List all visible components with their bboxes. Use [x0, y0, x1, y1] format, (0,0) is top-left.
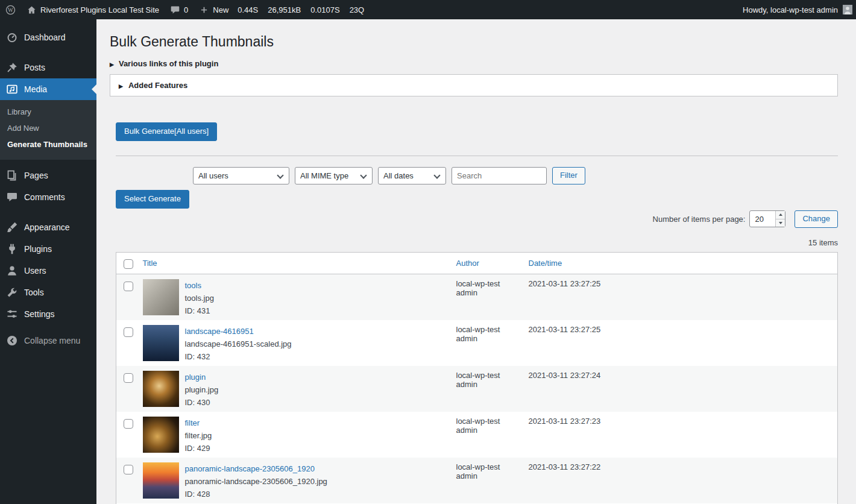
row-checkbox[interactable] [124, 282, 133, 291]
table-row: tools tools.jpg ID: 431 local-wp-test ad… [116, 274, 838, 320]
users-filter-select[interactable]: All users [193, 167, 289, 184]
plus-icon [199, 5, 209, 15]
plugin-links-toggle[interactable]: Various links of this plugin [110, 59, 838, 68]
svg-text:W: W [8, 7, 13, 13]
dates-filter-select[interactable]: All dates [378, 167, 446, 184]
filter-button[interactable]: Filter [552, 167, 585, 184]
users-icon [6, 265, 18, 277]
sidebar-item-settings[interactable]: Settings [0, 303, 96, 325]
submenu-item-generate-thumbnails[interactable]: Generate Thumbnails [0, 136, 96, 153]
sidebar-item-posts[interactable]: Posts [0, 57, 96, 78]
spin-down-button[interactable] [776, 219, 785, 227]
avatar [843, 5, 852, 14]
table-header-row: Title Author Date/time [116, 252, 838, 274]
date-cell: 2021-03-11 23:27:23 [523, 412, 838, 458]
attachment-title-link[interactable]: panoramic-landscape-2305606_1920 [185, 464, 327, 473]
row-checkbox[interactable] [124, 419, 133, 429]
column-header-title[interactable]: Title [143, 259, 157, 268]
author-cell: local-wp-test admin [450, 458, 523, 503]
attachment-thumbnail[interactable] [143, 417, 179, 453]
query-monitor-stats[interactable]: 0.44S 26,951kB 0.0107S 23Q [238, 5, 364, 14]
admin-bar-new[interactable]: New [194, 0, 234, 19]
attachment-thumbnail[interactable] [143, 371, 179, 407]
pages-icon [6, 169, 18, 181]
qm-db-time[interactable]: 0.0107S [310, 5, 339, 14]
attachment-title-link[interactable]: landscape-4616951 [185, 327, 292, 336]
bulk-generate-button[interactable]: Bulk Generate[All users] [116, 122, 217, 141]
author-cell: local-wp-test admin [450, 366, 523, 412]
attachment-thumbnail[interactable] [143, 279, 179, 315]
attachment-thumbnail[interactable] [143, 325, 179, 361]
sidebar-item-label: Users [24, 266, 46, 276]
attachment-filename: landscape-4616951-scaled.jpg [185, 339, 292, 348]
table-row: landscape-4616951 landscape-4616951-scal… [116, 320, 838, 366]
plugin-links-label: Various links of this plugin [119, 59, 218, 68]
mime-filter-wrap: All MIME type [295, 167, 373, 184]
howdy-label[interactable]: Howdy, local-wp-test admin [743, 5, 838, 14]
added-features-toggle[interactable]: Added Features [110, 74, 838, 96]
sidebar-item-label: Media [24, 84, 47, 94]
attachment-filename: panoramic-landscape-2305606_1920.jpg [185, 477, 327, 486]
attachment-filename: filter.jpg [185, 431, 212, 440]
appearance-icon [6, 221, 18, 233]
column-header-author[interactable]: Author [456, 259, 479, 268]
sidebar-item-pages[interactable]: Pages [0, 165, 96, 186]
added-features-label: Added Features [128, 81, 187, 90]
attachment-id: ID: 431 [185, 306, 214, 315]
qm-memory[interactable]: 26,951kB [268, 5, 301, 14]
select-all-checkbox[interactable] [124, 259, 133, 269]
filter-bar: All users All MIME type All dates Filter [193, 167, 838, 184]
per-page-label: Number of items per page: [653, 215, 746, 224]
sidebar-item-tools[interactable]: Tools [0, 282, 96, 303]
attachment-title-link[interactable]: tools [185, 281, 214, 290]
wordpress-logo-icon[interactable]: W [0, 0, 21, 19]
qm-queries[interactable]: 23Q [350, 5, 365, 14]
date-cell: 2021-03-11 23:27:22 [523, 458, 838, 503]
change-button[interactable]: Change [795, 210, 838, 228]
table-row: filter filter.jpg ID: 429 local-wp-test … [116, 412, 838, 458]
row-checkbox[interactable] [124, 327, 133, 337]
sidebar-item-users[interactable]: Users [0, 260, 96, 282]
sidebar-item-comments[interactable]: Comments [0, 186, 96, 208]
tools-icon [6, 286, 18, 298]
qm-page-time[interactable]: 0.44S [238, 5, 258, 14]
dashboard-icon [6, 31, 18, 43]
expand-triangle-icon [110, 59, 114, 68]
sidebar-item-label: Appearance [24, 222, 70, 232]
attachment-title-link[interactable]: plugin [185, 373, 219, 382]
sidebar-item-media[interactable]: Media [0, 78, 96, 100]
row-checkbox[interactable] [124, 465, 133, 474]
number-spinner [775, 211, 785, 227]
dates-filter-wrap: All dates [378, 167, 446, 184]
comments-icon [6, 191, 18, 203]
submenu-item-library[interactable]: Library [0, 104, 96, 120]
menu-separator [0, 160, 96, 165]
site-name-label: Riverforest Plugins Local Test Site [40, 5, 159, 14]
attachment-filename: tools.jpg [185, 294, 214, 303]
sidebar-item-dashboard[interactable]: Dashboard [0, 27, 96, 48]
site-name-link[interactable]: Riverforest Plugins Local Test Site [21, 0, 165, 19]
sidebar-item-appearance[interactable]: Appearance [0, 216, 96, 238]
submenu-item-add-new[interactable]: Add New [0, 120, 96, 136]
row-checkbox[interactable] [124, 373, 133, 383]
sidebar-item-plugins[interactable]: Plugins [0, 238, 96, 260]
select-generate-button[interactable]: Select Generate [116, 190, 189, 209]
attachment-title-link[interactable]: filter [185, 418, 212, 427]
plugins-icon [6, 243, 18, 255]
sidebar-item-label: Settings [24, 309, 55, 319]
sidebar-item-label: Comments [24, 192, 65, 202]
search-input[interactable] [452, 167, 547, 184]
items-count: 15 items [110, 238, 838, 247]
author-cell: local-wp-test admin [450, 412, 523, 458]
collapse-menu-button[interactable]: Collapse menu [0, 330, 96, 351]
attachment-thumbnail[interactable] [143, 462, 179, 499]
new-label: New [213, 5, 228, 14]
users-filter-wrap: All users [193, 167, 289, 184]
mime-filter-select[interactable]: All MIME type [295, 167, 373, 184]
column-header-date[interactable]: Date/time [529, 259, 562, 268]
spin-up-button[interactable] [776, 211, 785, 219]
sidebar-item-label: Dashboard [24, 33, 66, 42]
table-row: panoramic-landscape-2305606_1920 panoram… [116, 458, 838, 503]
admin-bar-comments[interactable]: 0 [165, 0, 194, 19]
attachment-id: ID: 428 [185, 490, 327, 499]
